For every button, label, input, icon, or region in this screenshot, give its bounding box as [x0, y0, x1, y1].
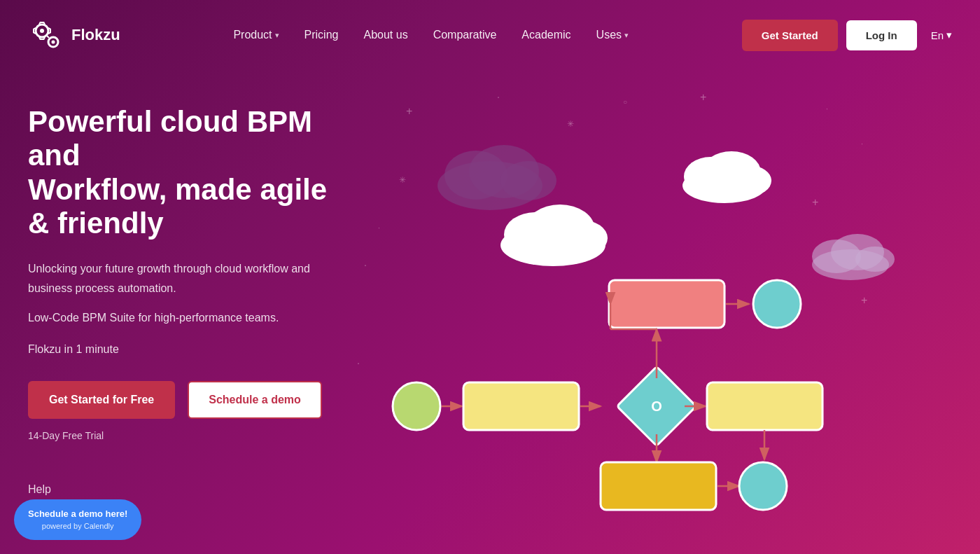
svg-rect-31	[707, 382, 822, 430]
svg-point-24	[393, 382, 440, 430]
nav-links: Product ▾ Pricing About us Comparative A…	[223, 23, 638, 47]
nav-pricing[interactable]: Pricing	[295, 23, 349, 47]
svg-rect-21	[609, 280, 724, 328]
svg-rect-36	[601, 462, 716, 510]
hero-schedule-demo-button[interactable]: Schedule a demo	[188, 381, 322, 419]
svg-point-1	[40, 29, 44, 33]
workflow-diagram: O	[378, 245, 882, 546]
trial-text: 14-Day Free Trial	[28, 430, 350, 441]
logo-icon	[28, 17, 64, 53]
deco-dot-2: ○	[623, 98, 627, 106]
hero-desc3: Low-Code BPM Suite for high-performance …	[28, 309, 350, 327]
deco-dot-7: ·	[357, 357, 360, 368]
lang-chevron-icon: ▾	[946, 29, 952, 41]
hero-get-started-button[interactable]: Get Started for Free	[28, 381, 175, 419]
svg-line-4	[46, 35, 49, 38]
calendly-banner[interactable]: Schedule a demo here! powered by Calendl…	[14, 499, 141, 540]
deco-plus-3: +	[812, 196, 818, 209]
logo[interactable]: Flokzu	[28, 17, 120, 53]
hero-buttons: Get Started for Free Schedule a demo	[28, 381, 350, 419]
deco-dot-6: ·	[364, 259, 367, 270]
deco-plus-2: +	[700, 91, 706, 104]
nav-uses[interactable]: Uses ▾	[587, 23, 638, 47]
deco-dot-5: ·	[861, 140, 863, 148]
hero-section: Powerful cloud BPM andWorkflow, made agi…	[0, 70, 980, 554]
product-chevron-icon: ▾	[275, 31, 279, 40]
nav-get-started-button[interactable]: Get Started	[742, 20, 838, 51]
deco-asterisk-2: ✳	[399, 175, 406, 185]
nav-product[interactable]: Product ▾	[223, 23, 288, 47]
logo-text: Flokzu	[71, 26, 120, 44]
deco-dot-4: ·	[378, 224, 380, 232]
hero-desc2: business process automation.	[28, 282, 350, 295]
nav-login-button[interactable]: Log In	[846, 20, 917, 50]
hero-title: Powerful cloud BPM andWorkflow, made agi…	[28, 105, 350, 240]
svg-point-16	[727, 165, 771, 196]
svg-point-38	[739, 462, 787, 510]
language-selector[interactable]: En ▾	[931, 29, 952, 41]
cloud-white-right	[672, 140, 777, 203]
hero-minute: Flokzu in 1 minute	[28, 343, 350, 356]
navbar: Flokzu Product ▾ Pricing About us Compar…	[0, 0, 980, 70]
nav-about[interactable]: About us	[354, 23, 417, 47]
hero-content: Powerful cloud BPM andWorkflow, made agi…	[28, 84, 350, 554]
uses-chevron-icon: ▾	[624, 31, 629, 40]
svg-point-3	[52, 41, 55, 44]
nav-actions: Get Started Log In En ▾	[742, 20, 952, 51]
svg-text:O: O	[651, 399, 662, 414]
deco-dot-1: ·	[497, 91, 500, 102]
nav-academic[interactable]: Academic	[512, 23, 580, 47]
deco-dot-3: ·	[826, 105, 828, 113]
svg-point-22	[753, 280, 801, 328]
hero-desc1: Unlocking your future growth through clo…	[28, 260, 350, 278]
svg-rect-26	[463, 382, 579, 430]
deco-plus-1: +	[406, 105, 412, 118]
help-link[interactable]: Help	[28, 483, 350, 496]
nav-comparative[interactable]: Comparative	[424, 23, 507, 47]
hero-diagram: + · ✳ ○ + · ✳ · + · + · ·	[350, 84, 952, 554]
